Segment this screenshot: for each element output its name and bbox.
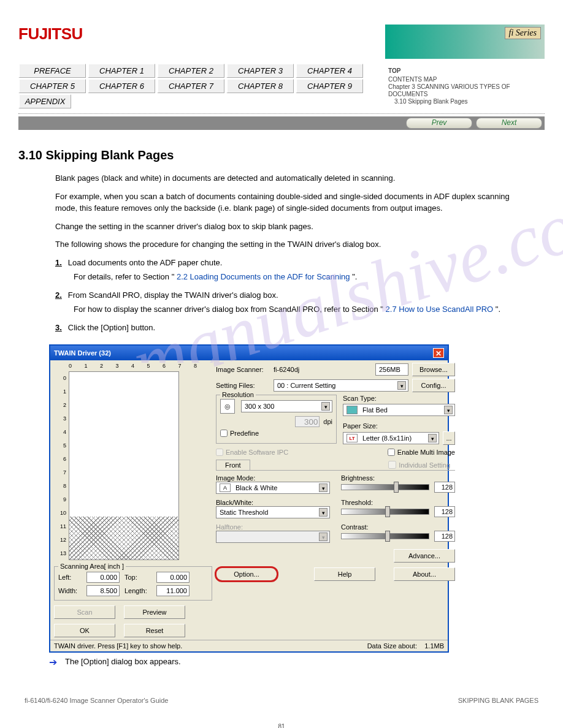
series-banner: fi Series	[385, 25, 545, 59]
nav-chapter-9[interactable]: CHAPTER 9	[296, 79, 363, 93]
note-text: For how to display the scanner driver's …	[74, 305, 383, 314]
step-note: For details, refer to Section " 2.2 Load…	[74, 271, 520, 283]
dpi-label: dpi	[323, 418, 332, 425]
threshold-value[interactable]	[434, 506, 455, 517]
step-text: Click the [Option] button.	[68, 322, 520, 334]
ruler-tick: 9	[54, 493, 66, 506]
close-icon[interactable]: ✕	[433, 348, 444, 358]
toc-line[interactable]: Chapter 3 SCANNING VARIOUS TYPES OF DOCU…	[388, 83, 538, 98]
image-scanner-value: fi-6240dj	[274, 366, 372, 373]
threshold-label: Threshold:	[341, 499, 455, 506]
preview-area[interactable]	[69, 371, 179, 560]
contrast-label: Contrast:	[341, 523, 455, 531]
contrast-slider[interactable]	[341, 533, 429, 539]
ruler-tick: 11	[54, 520, 66, 533]
about-button[interactable]: About...	[394, 567, 455, 581]
body-paragraph: Blank pages (black and white) in documen…	[55, 172, 520, 184]
ok-button[interactable]: OK	[54, 624, 115, 637]
reset-button[interactable]: Reset	[124, 624, 185, 637]
individual-checkbox	[388, 461, 396, 469]
config-button[interactable]: Config...	[412, 379, 455, 392]
chevron-down-icon: ▾	[444, 406, 453, 414]
series-badge: fi Series	[505, 27, 542, 39]
group-legend: Scanning Area[ inch ]	[58, 563, 126, 570]
preview-button[interactable]: Preview	[124, 605, 185, 619]
ruler-tick: 3	[54, 412, 66, 425]
nav-chapter-7[interactable]: CHAPTER 7	[157, 79, 224, 93]
brightness-slider[interactable]	[341, 484, 429, 490]
option-button[interactable]: Option...	[216, 567, 277, 581]
chevron-down-icon: ▾	[319, 508, 327, 517]
nav-chapter-6[interactable]: CHAPTER 6	[88, 79, 155, 93]
chevron-down-icon: ▾	[319, 533, 327, 541]
contrast-value[interactable]	[434, 531, 455, 542]
dialog-title: TWAIN Driver (32)	[54, 349, 111, 357]
pager-bar: Prev Next	[18, 116, 545, 130]
length-input[interactable]	[156, 585, 190, 596]
dialog-titlebar[interactable]: TWAIN Driver (32) ✕	[50, 346, 448, 360]
nav-chapter-5[interactable]: CHAPTER 5	[18, 79, 86, 93]
advance-button[interactable]: Advance...	[394, 549, 455, 563]
resolution-select[interactable]: 300 x 300 ▾	[241, 400, 332, 412]
width-input[interactable]	[86, 585, 120, 596]
data-size-value: 1.1MB	[424, 642, 444, 650]
paper-size-more-button[interactable]: ...	[443, 431, 455, 445]
toc-line[interactable]: 3.10 Skipping Blank Pages	[394, 98, 538, 105]
paper-size-select[interactable]: LTLetter (8.5x11in) ▾	[343, 432, 439, 444]
select-value: 00 : Current Setting	[277, 382, 335, 389]
top-label: Top:	[124, 574, 153, 581]
nav-chapter-1[interactable]: CHAPTER 1	[88, 64, 155, 78]
halftone-select: ▾	[216, 531, 330, 543]
select-value: Static Threshold	[220, 509, 268, 516]
predefine-checkbox[interactable]	[220, 430, 228, 437]
select-value: Flat Bed	[362, 406, 388, 414]
length-label: Length:	[124, 587, 153, 594]
enable-multi-checkbox[interactable]	[388, 449, 395, 456]
black-white-select[interactable]: Static Threshold ▾	[216, 506, 330, 518]
toc-line[interactable]: CONTENTS MAP	[388, 76, 538, 83]
image-mode-label: Image Mode:	[216, 474, 330, 482]
top-input[interactable]	[156, 572, 190, 583]
help-button[interactable]: Help	[314, 567, 375, 581]
twain-driver-dialog: TWAIN Driver (32) ✕ 0 1 2 3 4 5 6 7 8 0 …	[49, 344, 449, 653]
enable-ipc-checkbox	[216, 449, 223, 456]
setting-files-label: Setting Files:	[216, 382, 270, 389]
nav-chapter-2[interactable]: CHAPTER 2	[157, 64, 224, 78]
step-number: 2.	[55, 289, 62, 301]
nav-preface[interactable]: PREFACE	[18, 64, 86, 78]
threshold-slider[interactable]	[341, 509, 429, 515]
dpi-input	[295, 416, 320, 427]
footer-left: fi-6140/fi-6240 Image Scanner Operator's…	[25, 697, 168, 704]
browse-button[interactable]: Browse...	[412, 363, 455, 376]
prev-button[interactable]: Prev	[406, 118, 472, 129]
scan-button[interactable]: Scan	[54, 605, 115, 619]
chevron-down-icon: ▾	[319, 483, 327, 492]
select-value: 300 x 300	[245, 403, 274, 410]
brightness-value[interactable]	[434, 482, 455, 493]
body-paragraph: The following shows the procedure for ch…	[55, 238, 520, 251]
ruler-tick: 8	[54, 479, 66, 493]
left-input[interactable]	[86, 572, 120, 583]
nav-appendix[interactable]: APPENDIX	[18, 94, 71, 108]
front-tab[interactable]: Front	[216, 460, 250, 470]
predefine-label: Predefine	[230, 430, 259, 437]
chevron-down-icon: ▾	[321, 402, 330, 411]
ruler-vertical: 0 1 2 3 4 5 6 7 8 9 10 11 12 13	[54, 371, 66, 574]
ruler-tick: 7	[54, 466, 66, 479]
black-white-label: Black/White:	[216, 499, 330, 506]
scan-type-select[interactable]: Flat Bed ▾	[343, 404, 455, 416]
next-button[interactable]: Next	[476, 118, 542, 129]
nav-chapter-8[interactable]: CHAPTER 8	[226, 79, 294, 93]
nav-chapter-3[interactable]: CHAPTER 3	[226, 64, 294, 78]
paper-size-label: Paper Size:	[343, 422, 455, 430]
fujitsu-logo: FUJITSU	[18, 25, 83, 44]
cross-ref-link[interactable]: 2.2 Loading Documents on the ADF for Sca…	[177, 272, 350, 281]
enable-ipc-label: Enable Software IPC	[226, 449, 288, 456]
data-size-label: Data Size about:	[367, 642, 417, 650]
cross-ref-link[interactable]: 2.7 How to Use ScandAll PRO	[386, 305, 494, 314]
nav-chapter-4[interactable]: CHAPTER 4	[296, 64, 363, 78]
ruler-tick: 10	[54, 506, 66, 520]
image-mode-select[interactable]: ABlack & White ▾	[216, 482, 330, 494]
setting-files-select[interactable]: 00 : Current Setting ▾	[274, 379, 408, 392]
toc-top[interactable]: TOP	[388, 67, 538, 75]
